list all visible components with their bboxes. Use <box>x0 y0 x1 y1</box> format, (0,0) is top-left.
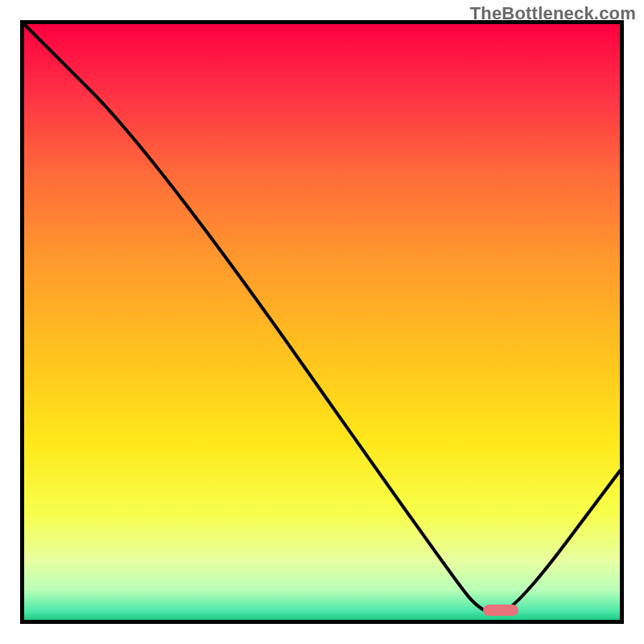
bottleneck-curve <box>24 24 620 614</box>
curve-layer <box>24 24 620 620</box>
chart-wrapper: TheBottleneck.com <box>0 0 644 644</box>
optimal-marker <box>483 605 518 616</box>
chart-area <box>20 20 624 624</box>
watermark-label: TheBottleneck.com <box>470 3 636 24</box>
